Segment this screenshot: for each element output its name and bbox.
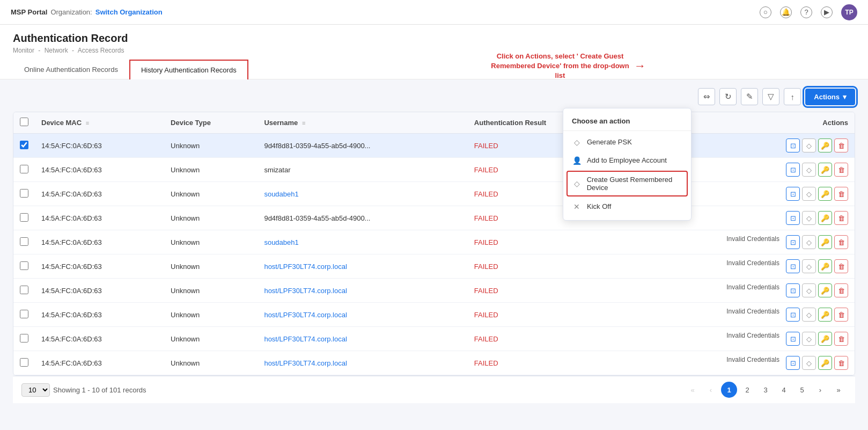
row-expand-button-4[interactable]: ⊡: [786, 211, 800, 225]
row-key-button-5[interactable]: 🔑: [818, 235, 832, 249]
row-checkbox-3[interactable]: [20, 189, 28, 198]
export-button[interactable]: ↑: [784, 88, 801, 105]
last-page-button[interactable]: »: [830, 382, 847, 398]
row-delete-button-2[interactable]: 🗑: [834, 163, 848, 177]
app-name: MSP Portal: [11, 8, 47, 16]
filter-button[interactable]: ▽: [762, 88, 779, 105]
row-checkbox-2[interactable]: [20, 165, 28, 173]
guest-icon: ◇: [573, 179, 582, 188]
refresh-button[interactable]: ↻: [719, 88, 737, 105]
row-delete-button-10[interactable]: 🗑: [834, 356, 848, 370]
edit-columns-button[interactable]: ✎: [741, 88, 758, 105]
row-tag-button-1[interactable]: ◇: [802, 139, 816, 152]
bell-nav-icon[interactable]: 🔔: [780, 6, 792, 18]
row-key-button-3[interactable]: 🔑: [818, 187, 832, 201]
page-5-button[interactable]: 5: [794, 382, 810, 398]
row-checkbox-7[interactable]: [20, 286, 28, 294]
row-key-button-10[interactable]: 🔑: [818, 356, 832, 370]
row-tag-button-10[interactable]: ◇: [802, 356, 816, 370]
row-tag-button-4[interactable]: ◇: [802, 211, 816, 225]
page-1-button[interactable]: 1: [721, 382, 737, 398]
row-key-button-6[interactable]: 🔑: [818, 259, 832, 273]
row-expand-button-2[interactable]: ⊡: [786, 163, 800, 177]
breadcrumb-monitor[interactable]: Monitor: [13, 47, 34, 54]
row-checkbox-6[interactable]: [20, 261, 28, 270]
row-delete-button-6[interactable]: 🗑: [834, 259, 848, 273]
page-4-button[interactable]: 4: [776, 382, 792, 398]
cell-username[interactable]: soudabeh1: [258, 182, 467, 206]
row-expand-button-6[interactable]: ⊡: [786, 259, 800, 273]
cell-username[interactable]: host/LPF30LT74.corp.local: [258, 351, 467, 375]
user-avatar[interactable]: TP: [841, 4, 857, 20]
page-2-button[interactable]: 2: [739, 382, 755, 398]
row-expand-button-8[interactable]: ⊡: [786, 308, 800, 322]
row-key-button-8[interactable]: 🔑: [818, 308, 832, 322]
tab-bar: Online Authentication Records History Au…: [13, 60, 855, 79]
row-expand-button-5[interactable]: ⊡: [786, 235, 800, 249]
row-checkbox-9[interactable]: [20, 334, 28, 342]
switch-org-link[interactable]: Switch Organization: [95, 8, 163, 16]
cell-username[interactable]: host/LPF30LT74.corp.local: [258, 279, 467, 303]
page-size-select[interactable]: 10 25 50: [21, 383, 50, 397]
dropdown-item-add-employee[interactable]: 👤 Add to Employee Account: [563, 151, 691, 170]
actions-dropdown-container: Actions ▾ Choose an action ◇ Generate PS…: [805, 89, 855, 105]
dropdown-item-create-guest[interactable]: ◇ Create Guest Remembered Device: [567, 171, 688, 196]
row-delete-button-3[interactable]: 🗑: [834, 187, 848, 201]
prev-page-button[interactable]: ‹: [703, 382, 719, 398]
row-tag-button-8[interactable]: ◇: [802, 308, 816, 322]
row-delete-button-9[interactable]: 🗑: [834, 332, 848, 346]
row-delete-button-4[interactable]: 🗑: [834, 211, 848, 225]
row-delete-button-1[interactable]: 🗑: [834, 139, 848, 152]
row-delete-button-5[interactable]: 🗑: [834, 235, 848, 249]
dropdown-item-generate-psk[interactable]: ◇ Generate PSK: [563, 133, 691, 151]
row-checkbox-cell: [13, 279, 35, 303]
cell-username[interactable]: host/LPF30LT74.corp.local: [258, 254, 467, 279]
select-all-checkbox[interactable]: [20, 118, 28, 126]
row-key-button-7[interactable]: 🔑: [818, 283, 832, 297]
device-mac-sort-icon[interactable]: ≡: [86, 120, 89, 126]
row-key-button-1[interactable]: 🔑: [818, 139, 832, 152]
arrow-nav-icon[interactable]: ▶: [821, 6, 833, 18]
help-nav-icon[interactable]: ?: [800, 6, 812, 18]
row-key-button-4[interactable]: 🔑: [818, 211, 832, 225]
row-expand-button-3[interactable]: ⊡: [786, 187, 800, 201]
row-checkbox-1[interactable]: [20, 141, 28, 149]
row-tag-button-9[interactable]: ◇: [802, 332, 816, 346]
breadcrumb-network[interactable]: Network: [45, 47, 68, 54]
row-tag-button-5[interactable]: ◇: [802, 235, 816, 249]
actions-button[interactable]: Actions ▾: [805, 89, 855, 105]
row-key-button-2[interactable]: 🔑: [818, 163, 832, 177]
row-action-buttons: Invalid Credentials ⊡ ◇ 🔑 🗑: [624, 308, 848, 322]
breadcrumb-access-records[interactable]: Access Records: [78, 47, 124, 54]
row-key-button-9[interactable]: 🔑: [818, 332, 832, 346]
tab-online-auth[interactable]: Online Authentication Records: [13, 60, 129, 79]
row-action-buttons: Invalid Credentials ⊡ ◇ 🔑 🗑: [624, 356, 848, 370]
row-expand-button-10[interactable]: ⊡: [786, 356, 800, 370]
row-checkbox-4[interactable]: [20, 213, 28, 222]
first-page-button[interactable]: «: [685, 382, 701, 398]
row-expand-button-9[interactable]: ⊡: [786, 332, 800, 346]
username-sort-icon[interactable]: ≡: [302, 120, 305, 126]
row-tag-button-6[interactable]: ◇: [802, 259, 816, 273]
cell-username[interactable]: host/LPF30LT74.corp.local: [258, 303, 467, 327]
row-expand-button-7[interactable]: ⊡: [786, 283, 800, 297]
row-expand-button-1[interactable]: ⊡: [786, 139, 800, 152]
cell-username[interactable]: host/LPF30LT74.corp.local: [258, 327, 467, 351]
row-tag-button-3[interactable]: ◇: [802, 187, 816, 201]
table-row: 14:5A:FC:0A:6D:63 Unknown host/LPF30LT74…: [13, 279, 855, 303]
row-tag-button-7[interactable]: ◇: [802, 283, 816, 297]
expand-columns-button[interactable]: ⇔: [698, 88, 715, 105]
row-checkbox-8[interactable]: [20, 310, 28, 318]
tab-history-auth[interactable]: History Authentication Records: [129, 60, 248, 79]
row-tag-button-2[interactable]: ◇: [802, 163, 816, 177]
search-nav-icon[interactable]: ○: [760, 6, 771, 18]
row-checkbox-10[interactable]: [20, 358, 28, 367]
next-page-button[interactable]: ›: [812, 382, 828, 398]
dropdown-item-kick-off[interactable]: ✕ Kick Off: [563, 198, 691, 216]
page-3-button[interactable]: 3: [757, 382, 774, 398]
row-checkbox-5[interactable]: [20, 237, 28, 246]
main-content: Click on Actions, select ' Create GuestR…: [0, 79, 868, 412]
row-delete-button-7[interactable]: 🗑: [834, 283, 848, 297]
cell-username[interactable]: soudabeh1: [258, 230, 467, 254]
row-delete-button-8[interactable]: 🗑: [834, 308, 848, 322]
